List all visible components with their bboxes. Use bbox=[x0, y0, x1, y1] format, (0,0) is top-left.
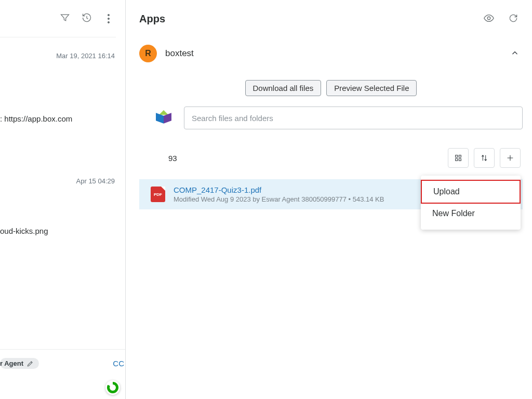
message-timestamp: Mar 19, 2021 16:14 bbox=[0, 52, 116, 60]
file-meta: Modified Wed Aug 9 2023 by Eswar Agent 3… bbox=[174, 195, 384, 203]
agent-pill[interactable]: r Agent bbox=[0, 358, 39, 369]
result-count: 93 bbox=[168, 154, 177, 163]
attachment-filename: oud-kicks.png bbox=[0, 227, 116, 235]
grid-view-button[interactable] bbox=[448, 148, 469, 168]
filter-icon[interactable] bbox=[60, 12, 70, 24]
add-button[interactable] bbox=[500, 148, 521, 168]
refresh-icon[interactable] bbox=[508, 13, 518, 25]
pdf-icon: PDF bbox=[151, 187, 165, 202]
file-name[interactable]: COMP_2417-Quiz3-1.pdf bbox=[174, 185, 384, 194]
svg-point-1 bbox=[108, 18, 109, 19]
svg-point-2 bbox=[108, 21, 109, 23]
message-link-text: : https://app.box.com bbox=[0, 114, 116, 123]
svg-point-0 bbox=[108, 14, 109, 16]
avatar: R bbox=[139, 45, 157, 62]
svg-rect-7 bbox=[459, 158, 461, 161]
eye-icon[interactable] bbox=[483, 12, 495, 25]
svg-rect-5 bbox=[459, 155, 461, 157]
sort-button[interactable] bbox=[474, 148, 495, 168]
box-logo-icon bbox=[156, 110, 171, 126]
page-title: Apps bbox=[139, 13, 165, 25]
svg-rect-6 bbox=[456, 158, 458, 161]
download-all-button[interactable]: Download all files bbox=[245, 80, 322, 96]
connector-name[interactable]: boxtest bbox=[165, 48, 194, 59]
cc-button[interactable]: CC bbox=[113, 359, 124, 368]
grammarly-icon[interactable] bbox=[105, 380, 120, 395]
message-timestamp: Apr 15 04:29 bbox=[0, 177, 116, 185]
menu-item-upload[interactable]: Upload bbox=[421, 180, 521, 204]
ellipsis-icon[interactable] bbox=[103, 14, 114, 23]
search-input[interactable] bbox=[184, 107, 523, 129]
svg-rect-4 bbox=[456, 155, 458, 157]
agent-pill-label: r Agent bbox=[0, 360, 23, 367]
svg-point-3 bbox=[487, 17, 490, 20]
add-menu: Upload New Folder bbox=[421, 176, 521, 230]
preview-selected-button[interactable]: Preview Selected File bbox=[326, 80, 417, 96]
history-icon[interactable] bbox=[82, 12, 92, 24]
menu-item-new-folder[interactable]: New Folder bbox=[421, 203, 521, 224]
chevron-up-icon[interactable] bbox=[510, 48, 520, 59]
